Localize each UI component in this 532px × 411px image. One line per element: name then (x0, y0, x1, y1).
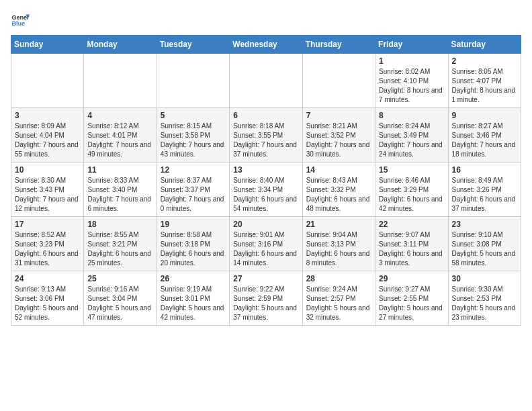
day-number: 29 (379, 274, 444, 283)
day-number: 17 (15, 220, 80, 229)
day-cell: 26Sunrise: 9:19 AM Sunset: 3:01 PM Dayli… (157, 271, 229, 326)
day-cell: 21Sunrise: 9:04 AM Sunset: 3:13 PM Dayli… (302, 217, 375, 271)
day-cell: 6Sunrise: 8:18 AM Sunset: 3:55 PM Daylig… (230, 108, 302, 163)
day-info: Sunrise: 8:24 AM Sunset: 3:49 PM Dayligh… (379, 122, 444, 159)
day-cell: 20Sunrise: 9:01 AM Sunset: 3:16 PM Dayli… (230, 217, 302, 271)
day-cell (11, 54, 84, 108)
day-info: Sunrise: 8:49 AM Sunset: 3:26 PM Dayligh… (452, 176, 517, 214)
day-number: 23 (452, 220, 517, 229)
day-info: Sunrise: 8:12 AM Sunset: 4:01 PM Dayligh… (87, 122, 152, 159)
day-number: 28 (306, 274, 371, 283)
day-cell: 15Sunrise: 8:46 AM Sunset: 3:29 PM Dayli… (375, 163, 448, 217)
day-cell: 8Sunrise: 8:24 AM Sunset: 3:49 PM Daylig… (375, 108, 448, 163)
day-cell: 9Sunrise: 8:27 AM Sunset: 3:46 PM Daylig… (448, 108, 521, 163)
day-info: Sunrise: 8:43 AM Sunset: 3:32 PM Dayligh… (306, 176, 371, 214)
day-cell: 16Sunrise: 8:49 AM Sunset: 3:26 PM Dayli… (448, 163, 521, 217)
day-number: 22 (379, 220, 444, 229)
day-cell: 24Sunrise: 9:13 AM Sunset: 3:06 PM Dayli… (11, 271, 84, 326)
day-cell: 22Sunrise: 9:07 AM Sunset: 3:11 PM Dayli… (375, 217, 448, 271)
day-info: Sunrise: 9:24 AM Sunset: 2:57 PM Dayligh… (306, 285, 371, 322)
logo-icon: General Blue (11, 11, 30, 30)
day-number: 5 (161, 111, 226, 120)
day-cell: 4Sunrise: 8:12 AM Sunset: 4:01 PM Daylig… (84, 108, 157, 163)
day-info: Sunrise: 9:10 AM Sunset: 3:08 PM Dayligh… (452, 230, 517, 268)
day-info: Sunrise: 8:37 AM Sunset: 3:37 PM Dayligh… (161, 176, 226, 214)
day-number: 12 (161, 165, 226, 175)
logo: General Blue (11, 11, 30, 30)
day-info: Sunrise: 9:16 AM Sunset: 3:04 PM Dayligh… (87, 285, 152, 322)
day-info: Sunrise: 9:01 AM Sunset: 3:16 PM Dayligh… (233, 230, 298, 268)
day-number: 25 (87, 274, 152, 283)
day-info: Sunrise: 8:55 AM Sunset: 3:21 PM Dayligh… (87, 230, 152, 268)
day-number: 2 (452, 56, 517, 66)
day-header-friday: Friday (375, 36, 448, 54)
day-cell (84, 54, 157, 108)
day-cell: 14Sunrise: 8:43 AM Sunset: 3:32 PM Dayli… (302, 163, 375, 217)
day-info: Sunrise: 8:21 AM Sunset: 3:52 PM Dayligh… (306, 122, 371, 159)
day-info: Sunrise: 8:09 AM Sunset: 4:04 PM Dayligh… (15, 122, 80, 159)
day-info: Sunrise: 9:19 AM Sunset: 3:01 PM Dayligh… (161, 285, 226, 322)
day-info: Sunrise: 8:15 AM Sunset: 3:58 PM Dayligh… (161, 122, 226, 159)
day-cell (302, 54, 375, 108)
day-cell: 23Sunrise: 9:10 AM Sunset: 3:08 PM Dayli… (448, 217, 521, 271)
day-info: Sunrise: 8:18 AM Sunset: 3:55 PM Dayligh… (233, 122, 298, 159)
day-number: 20 (233, 220, 298, 229)
day-cell: 17Sunrise: 8:52 AM Sunset: 3:23 PM Dayli… (11, 217, 84, 271)
week-row-3: 10Sunrise: 8:30 AM Sunset: 3:43 PM Dayli… (11, 163, 521, 217)
day-number: 27 (233, 274, 298, 283)
day-number: 15 (379, 165, 444, 175)
day-info: Sunrise: 8:58 AM Sunset: 3:18 PM Dayligh… (161, 230, 226, 268)
day-number: 16 (452, 165, 517, 175)
day-number: 26 (161, 274, 226, 283)
day-cell: 5Sunrise: 8:15 AM Sunset: 3:58 PM Daylig… (157, 108, 229, 163)
day-cell: 27Sunrise: 9:22 AM Sunset: 2:59 PM Dayli… (230, 271, 302, 326)
day-number: 6 (233, 111, 298, 120)
day-cell (230, 54, 302, 108)
day-info: Sunrise: 8:40 AM Sunset: 3:34 PM Dayligh… (233, 176, 298, 214)
day-number: 19 (161, 220, 226, 229)
day-info: Sunrise: 9:07 AM Sunset: 3:11 PM Dayligh… (379, 230, 444, 268)
calendar-table: SundayMondayTuesdayWednesdayThursdayFrid… (11, 35, 521, 326)
day-header-saturday: Saturday (448, 36, 521, 54)
day-cell: 28Sunrise: 9:24 AM Sunset: 2:57 PM Dayli… (302, 271, 375, 326)
day-cell: 2Sunrise: 8:05 AM Sunset: 4:07 PM Daylig… (448, 54, 521, 108)
day-cell: 19Sunrise: 8:58 AM Sunset: 3:18 PM Dayli… (157, 217, 229, 271)
svg-text:Blue: Blue (11, 20, 25, 27)
day-cell: 12Sunrise: 8:37 AM Sunset: 3:37 PM Dayli… (157, 163, 229, 217)
day-cell: 3Sunrise: 8:09 AM Sunset: 4:04 PM Daylig… (11, 108, 84, 163)
day-info: Sunrise: 8:27 AM Sunset: 3:46 PM Dayligh… (452, 122, 517, 159)
day-cell: 13Sunrise: 8:40 AM Sunset: 3:34 PM Dayli… (230, 163, 302, 217)
day-cell: 7Sunrise: 8:21 AM Sunset: 3:52 PM Daylig… (302, 108, 375, 163)
day-number: 24 (15, 274, 80, 283)
day-number: 14 (306, 165, 371, 175)
day-info: Sunrise: 9:13 AM Sunset: 3:06 PM Dayligh… (15, 285, 80, 322)
week-row-2: 3Sunrise: 8:09 AM Sunset: 4:04 PM Daylig… (11, 108, 521, 163)
day-header-wednesday: Wednesday (230, 36, 302, 54)
day-cell: 1Sunrise: 8:02 AM Sunset: 4:10 PM Daylig… (375, 54, 448, 108)
day-number: 18 (87, 220, 152, 229)
day-info: Sunrise: 9:22 AM Sunset: 2:59 PM Dayligh… (233, 285, 298, 322)
week-row-1: 1Sunrise: 8:02 AM Sunset: 4:10 PM Daylig… (11, 54, 521, 108)
day-header-monday: Monday (84, 36, 157, 54)
day-header-thursday: Thursday (302, 36, 375, 54)
day-info: Sunrise: 9:27 AM Sunset: 2:55 PM Dayligh… (379, 285, 444, 322)
day-number: 21 (306, 220, 371, 229)
day-cell: 10Sunrise: 8:30 AM Sunset: 3:43 PM Dayli… (11, 163, 84, 217)
day-cell: 30Sunrise: 9:30 AM Sunset: 2:53 PM Dayli… (448, 271, 521, 326)
day-number: 3 (15, 111, 80, 120)
day-cell: 11Sunrise: 8:33 AM Sunset: 3:40 PM Dayli… (84, 163, 157, 217)
day-cell: 29Sunrise: 9:27 AM Sunset: 2:55 PM Dayli… (375, 271, 448, 326)
day-info: Sunrise: 8:30 AM Sunset: 3:43 PM Dayligh… (15, 176, 80, 214)
day-number: 1 (379, 56, 444, 66)
days-header-row: SundayMondayTuesdayWednesdayThursdayFrid… (11, 36, 521, 54)
week-row-5: 24Sunrise: 9:13 AM Sunset: 3:06 PM Dayli… (11, 271, 521, 326)
header: General Blue (11, 11, 521, 30)
day-info: Sunrise: 8:33 AM Sunset: 3:40 PM Dayligh… (87, 176, 152, 214)
day-info: Sunrise: 9:04 AM Sunset: 3:13 PM Dayligh… (306, 230, 371, 268)
day-number: 8 (379, 111, 444, 120)
day-info: Sunrise: 8:02 AM Sunset: 4:10 PM Dayligh… (379, 67, 444, 105)
day-number: 9 (452, 111, 517, 120)
day-number: 10 (15, 165, 80, 175)
day-number: 7 (306, 111, 371, 120)
day-header-sunday: Sunday (11, 36, 84, 54)
